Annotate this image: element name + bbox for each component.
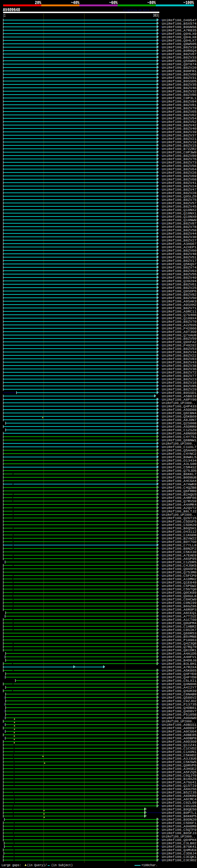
svg-text:(in Query)/: (in Query)/ <box>27 863 47 867</box>
svg-text:~100%: ~100% <box>184 0 194 5</box>
svg-text:20%: 20% <box>35 0 41 5</box>
svg-text:UniRef100_C3C9D2: UniRef100_C3C9D2 <box>162 858 197 863</box>
svg-text:Large gaps:: Large gaps: <box>2 863 21 867</box>
svg-text:383|: 383| <box>153 13 159 18</box>
svg-text:|1: |1 <box>3 13 5 18</box>
svg-text:~60%: ~60% <box>109 0 118 5</box>
svg-text:(in Subject): (in Subject) <box>52 863 73 867</box>
svg-text:=100char.: =100char. <box>141 863 158 867</box>
svg-text:~80%: ~80% <box>147 0 156 5</box>
svg-text:~40%: ~40% <box>71 0 79 5</box>
svg-text:AlignView.pm Beta rel.7: AlignView.pm Beta rel.7 <box>124 9 159 12</box>
